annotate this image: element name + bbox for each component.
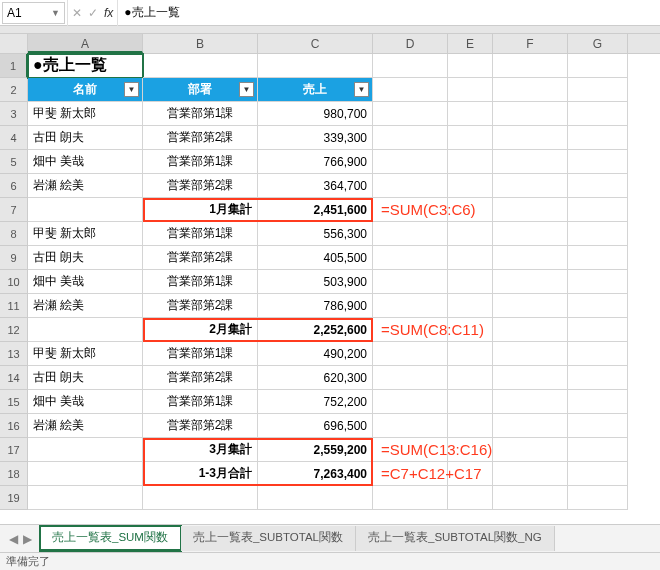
row-header-18[interactable]: 18: [0, 462, 28, 486]
cell[interactable]: [373, 126, 448, 150]
cell[interactable]: [493, 294, 568, 318]
filter-dropdown-icon[interactable]: ▼: [354, 82, 369, 97]
cell[interactable]: [448, 366, 493, 390]
cell[interactable]: [448, 414, 493, 438]
col-header-G[interactable]: G: [568, 34, 628, 53]
cell[interactable]: [568, 54, 628, 78]
row-header-17[interactable]: 17: [0, 438, 28, 462]
tab-scroll-left-icon[interactable]: ◀: [9, 532, 18, 546]
subtotal-label[interactable]: 1月集計: [143, 198, 258, 222]
cell[interactable]: [568, 390, 628, 414]
cell[interactable]: [568, 294, 628, 318]
col-header-F[interactable]: F: [493, 34, 568, 53]
cell-sales[interactable]: 490,200: [258, 342, 373, 366]
sheet-tab[interactable]: 売上一覧表_SUBTOTAL関数: [181, 526, 356, 551]
cell-name[interactable]: 古田 朗夫: [28, 126, 143, 150]
cell-sales[interactable]: 405,500: [258, 246, 373, 270]
subtotal-label[interactable]: 1-3月合計: [143, 462, 258, 486]
row-header-3[interactable]: 3: [0, 102, 28, 126]
col-header-B[interactable]: B: [143, 34, 258, 53]
cell[interactable]: [373, 294, 448, 318]
cell[interactable]: [373, 390, 448, 414]
cell-name[interactable]: 甲斐 新太郎: [28, 102, 143, 126]
cell-sales[interactable]: 556,300: [258, 222, 373, 246]
cell-dept[interactable]: 営業部第2課: [143, 126, 258, 150]
sheet-tab[interactable]: 売上一覧表_SUM関数: [40, 526, 181, 551]
formula-input[interactable]: ●売上一覧: [118, 0, 660, 26]
cell[interactable]: [373, 102, 448, 126]
cell[interactable]: [373, 414, 448, 438]
cell-dept[interactable]: 営業部第1課: [143, 270, 258, 294]
cell-name[interactable]: 畑中 美哉: [28, 270, 143, 294]
cell[interactable]: [568, 222, 628, 246]
cell[interactable]: [493, 342, 568, 366]
cell[interactable]: [373, 342, 448, 366]
col-header-E[interactable]: E: [448, 34, 493, 53]
cell[interactable]: [493, 270, 568, 294]
cell-sales[interactable]: 696,500: [258, 414, 373, 438]
cell[interactable]: [493, 462, 568, 486]
tab-scroll-right-icon[interactable]: ▶: [23, 532, 32, 546]
cell[interactable]: [373, 366, 448, 390]
row-header-4[interactable]: 4: [0, 126, 28, 150]
cell[interactable]: [373, 486, 448, 510]
col-header-A[interactable]: A: [28, 34, 143, 53]
subtotal-value[interactable]: 2,451,600: [258, 198, 373, 222]
cell[interactable]: [493, 486, 568, 510]
sheet-tab[interactable]: 売上一覧表_SUBTOTAL関数_NG: [356, 526, 555, 551]
cell-sales[interactable]: 752,200: [258, 390, 373, 414]
cell-sales[interactable]: 364,700: [258, 174, 373, 198]
cell-sales[interactable]: 620,300: [258, 366, 373, 390]
cell[interactable]: [493, 198, 568, 222]
cell[interactable]: [568, 246, 628, 270]
cell-name[interactable]: 畑中 美哉: [28, 390, 143, 414]
cell[interactable]: [258, 54, 373, 78]
tab-scroll[interactable]: ◀ ▶: [0, 532, 40, 546]
cell-sales[interactable]: 503,900: [258, 270, 373, 294]
cell[interactable]: [568, 102, 628, 126]
cell-dept[interactable]: 営業部第2課: [143, 414, 258, 438]
cell[interactable]: [373, 174, 448, 198]
cell[interactable]: [143, 486, 258, 510]
cell-name[interactable]: 甲斐 新太郎: [28, 222, 143, 246]
cell[interactable]: [448, 486, 493, 510]
cell[interactable]: [568, 78, 628, 102]
cell[interactable]: [493, 414, 568, 438]
row-header-1[interactable]: 1: [0, 54, 28, 78]
cell[interactable]: [28, 318, 143, 342]
cell-dept[interactable]: 営業部第1課: [143, 102, 258, 126]
cell[interactable]: [373, 270, 448, 294]
cell[interactable]: [448, 270, 493, 294]
table-header-sales[interactable]: 売上▼: [258, 78, 373, 102]
cell-name[interactable]: 岩瀬 絵美: [28, 414, 143, 438]
cell[interactable]: [258, 486, 373, 510]
cell[interactable]: [373, 54, 448, 78]
cell[interactable]: [568, 270, 628, 294]
col-header-C[interactable]: C: [258, 34, 373, 53]
cell[interactable]: [448, 390, 493, 414]
subtotal-value[interactable]: 2,559,200: [258, 438, 373, 462]
cell[interactable]: [493, 78, 568, 102]
cell[interactable]: [448, 78, 493, 102]
row-header-19[interactable]: 19: [0, 486, 28, 510]
cell[interactable]: [448, 222, 493, 246]
row-header-11[interactable]: 11: [0, 294, 28, 318]
table-header-dept[interactable]: 部署▼: [143, 78, 258, 102]
cell[interactable]: [493, 174, 568, 198]
cell-sales[interactable]: 339,300: [258, 126, 373, 150]
filter-dropdown-icon[interactable]: ▼: [124, 82, 139, 97]
cell[interactable]: [568, 414, 628, 438]
cell[interactable]: [568, 462, 628, 486]
cell[interactable]: [448, 54, 493, 78]
cell[interactable]: [568, 126, 628, 150]
row-header-12[interactable]: 12: [0, 318, 28, 342]
cell[interactable]: [493, 246, 568, 270]
subtotal-label[interactable]: 2月集計: [143, 318, 258, 342]
row-header-13[interactable]: 13: [0, 342, 28, 366]
cell[interactable]: [448, 246, 493, 270]
cell[interactable]: [28, 198, 143, 222]
cell[interactable]: [568, 366, 628, 390]
cell[interactable]: [448, 126, 493, 150]
cell-name[interactable]: 甲斐 新太郎: [28, 342, 143, 366]
subtotal-label[interactable]: 3月集計: [143, 438, 258, 462]
